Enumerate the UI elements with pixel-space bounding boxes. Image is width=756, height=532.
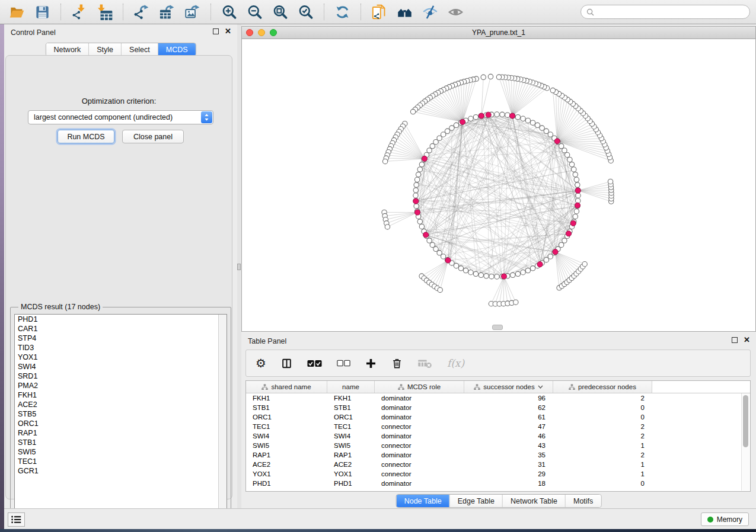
window-close-button[interactable] bbox=[246, 29, 253, 36]
cell-MCDS-role: connector bbox=[375, 469, 464, 479]
table-scrollbar[interactable] bbox=[741, 393, 749, 491]
column-header-predecessor-nodes[interactable]: predecessor nodes bbox=[553, 381, 652, 393]
mcds-result-node[interactable]: TID3 bbox=[15, 343, 227, 352]
table-row[interactable]: FKH1FKH1dominator962 bbox=[246, 393, 750, 403]
network-window-titlebar[interactable]: YPA_prune.txt_1 bbox=[242, 27, 755, 39]
float-table-panel-icon[interactable] bbox=[732, 337, 738, 343]
tab-edge-table[interactable]: Edge Table bbox=[449, 495, 502, 507]
column-header-name[interactable]: name bbox=[327, 381, 375, 393]
mcds-result-node[interactable]: STB5 bbox=[15, 409, 227, 419]
table-row[interactable]: ACE2ACE2connector311 bbox=[246, 460, 750, 469]
mcds-result-node[interactable]: GCR1 bbox=[15, 466, 227, 476]
mcds-result-node[interactable]: TEC1 bbox=[15, 457, 227, 466]
table-row[interactable]: ORC1ORC1dominator610 bbox=[246, 412, 750, 422]
dropdown-stepper-icon bbox=[201, 111, 212, 123]
run-mcds-button[interactable]: Run MCDS bbox=[58, 130, 114, 143]
window-minimize-button[interactable] bbox=[258, 29, 265, 36]
tab-network[interactable]: Network bbox=[46, 43, 88, 56]
panel-splitter[interactable] bbox=[237, 24, 241, 508]
cell-predecessor-nodes: 2 bbox=[553, 431, 652, 441]
save-session-button[interactable] bbox=[31, 2, 53, 21]
panel-selector-button[interactable] bbox=[8, 512, 25, 527]
tab-node-table[interactable]: Node Table bbox=[397, 495, 449, 507]
tab-mcds[interactable]: MCDS bbox=[158, 43, 196, 56]
open-file-button[interactable] bbox=[6, 2, 28, 21]
table-row[interactable]: RAP1RAP1dominator352 bbox=[246, 450, 750, 460]
refresh-button[interactable] bbox=[331, 2, 353, 21]
mcds-result-node[interactable]: RAP1 bbox=[15, 428, 227, 438]
export-table-button[interactable] bbox=[156, 2, 178, 21]
table-row[interactable]: SWI5SWI5connector431 bbox=[246, 441, 750, 450]
search-input[interactable] bbox=[597, 7, 744, 17]
table-scrollbar-thumb[interactable] bbox=[743, 395, 748, 447]
cell-predecessor-nodes: 0 bbox=[553, 403, 652, 412]
close-panel-button[interactable]: Close panel bbox=[122, 130, 184, 143]
network-canvas[interactable] bbox=[242, 39, 755, 331]
export-image-button[interactable] bbox=[181, 2, 203, 21]
optimization-criterion-select[interactable]: largest connected component (undirected) bbox=[28, 110, 213, 124]
mcds-result-node[interactable]: STB1 bbox=[15, 438, 227, 447]
close-panel-icon[interactable]: ✕ bbox=[225, 28, 231, 34]
column-label: MCDS role bbox=[407, 383, 441, 390]
import-network-button[interactable] bbox=[68, 2, 90, 21]
zoom-out-button[interactable] bbox=[244, 2, 266, 21]
close-table-panel-icon[interactable]: ✕ bbox=[744, 337, 750, 343]
mcds-result-node[interactable]: SWI4 bbox=[15, 362, 227, 371]
unselect-all-columns-button[interactable] bbox=[337, 360, 350, 367]
table-row[interactable]: STB1STB1dominator620 bbox=[246, 403, 750, 412]
cell-shared-name: PHD1 bbox=[246, 479, 327, 488]
mcds-result-node[interactable]: ORC1 bbox=[15, 419, 227, 428]
mcds-result-node[interactable]: YOX1 bbox=[15, 352, 227, 362]
cell-name: FKH1 bbox=[327, 393, 375, 403]
select-all-columns-button[interactable] bbox=[307, 360, 322, 367]
search-box[interactable] bbox=[580, 5, 750, 19]
table-options-button[interactable]: ⚙ bbox=[256, 357, 266, 369]
export-network-button[interactable] bbox=[130, 2, 152, 21]
mcds-result-list[interactable]: PHD1CAR1STP4TID3YOX1SWI4SRD1PMA2FKH1ACE2… bbox=[14, 314, 227, 524]
search-network-button[interactable] bbox=[394, 2, 416, 21]
mcds-result-node[interactable]: PMA2 bbox=[15, 381, 227, 390]
sort-descending-icon bbox=[538, 385, 543, 389]
column-header-successor-nodes[interactable]: successor nodes bbox=[464, 381, 553, 393]
tab-network-table[interactable]: Network Table bbox=[502, 495, 565, 507]
memory-button[interactable]: Memory bbox=[701, 512, 749, 526]
mcds-result-node[interactable]: SWI5 bbox=[15, 447, 227, 457]
mcds-result-node[interactable]: SRD1 bbox=[15, 371, 227, 381]
show-details-button[interactable] bbox=[445, 2, 467, 21]
table-row[interactable]: TEC1TEC1connector472 bbox=[246, 422, 750, 431]
tab-motifs[interactable]: Motifs bbox=[565, 495, 601, 507]
table-row[interactable]: PHD1PHD1dominator180 bbox=[246, 479, 750, 488]
zoom-selected-button[interactable] bbox=[295, 2, 317, 21]
hide-details-button[interactable] bbox=[419, 2, 441, 21]
table-panel: Table Panel ✕ ⚙f(x) shared namenameMCDS … bbox=[241, 333, 756, 508]
cell-predecessor-nodes: 2 bbox=[553, 393, 652, 403]
table-row[interactable]: YOX1YOX1connector291 bbox=[246, 469, 750, 479]
network-graph[interactable] bbox=[242, 39, 755, 331]
network-hscroll-thumb[interactable] bbox=[492, 325, 503, 330]
mcds-result-node[interactable]: CAR1 bbox=[15, 324, 227, 334]
mcds-result-node[interactable]: STP4 bbox=[15, 334, 227, 343]
zoom-in-button[interactable] bbox=[218, 2, 240, 21]
tab-style[interactable]: Style bbox=[88, 43, 121, 56]
show-columns-button[interactable] bbox=[281, 358, 292, 369]
columns-icon bbox=[281, 358, 292, 369]
zoom-fit-button[interactable] bbox=[269, 2, 291, 21]
share-document-button[interactable] bbox=[368, 2, 390, 21]
table-row[interactable]: SWI4SWI4dominator462 bbox=[246, 431, 750, 441]
tab-select[interactable]: Select bbox=[121, 43, 158, 56]
delete-column-button[interactable] bbox=[391, 358, 403, 369]
eye-icon bbox=[448, 4, 464, 20]
column-header-shared-name[interactable]: shared name bbox=[246, 381, 327, 393]
create-column-button[interactable] bbox=[365, 358, 377, 369]
splitter-grip[interactable] bbox=[237, 264, 241, 270]
cell-shared-name: ORC1 bbox=[246, 412, 327, 422]
mcds-result-node[interactable]: FKH1 bbox=[15, 390, 227, 400]
mcds-result-node[interactable]: ACE2 bbox=[15, 400, 227, 409]
mcds-result-node[interactable]: PHD1 bbox=[15, 315, 227, 324]
toolbar-separator bbox=[60, 4, 61, 20]
mcds-list-scrollbar[interactable] bbox=[218, 315, 227, 524]
column-header-MCDS-role[interactable]: MCDS role bbox=[375, 381, 464, 393]
import-table-button[interactable] bbox=[94, 2, 116, 21]
float-window-icon[interactable] bbox=[213, 28, 219, 34]
window-zoom-button[interactable] bbox=[270, 29, 277, 36]
